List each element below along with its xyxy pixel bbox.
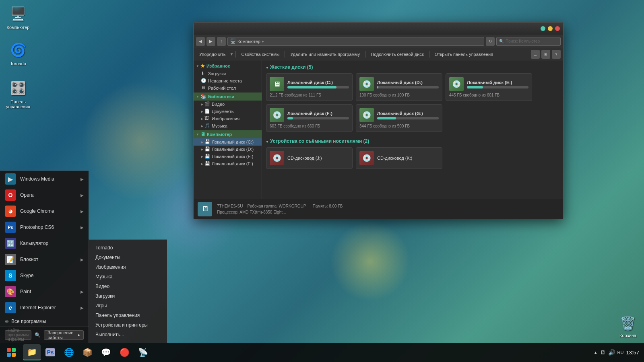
sq4: [12, 353, 16, 357]
drive-e[interactable]: 💿 Локальный диск (E:) 445 ГБ свободно из…: [446, 73, 532, 101]
search-box[interactable]: 🔍 Поиск: Компьютер: [496, 37, 561, 46]
start-app-notepad[interactable]: 📝 Блокнот ▶: [0, 251, 89, 267]
taskbar-folder[interactable]: 📁: [23, 344, 41, 360]
drive-f[interactable]: 💿 Локальный диск (F:) 603 ГБ свободно из…: [266, 104, 353, 132]
tree-item-recent[interactable]: 🕐 Недавние места: [194, 77, 262, 84]
taskbar-ie[interactable]: 🌐: [60, 344, 78, 360]
right-item-games[interactable]: Игры: [89, 301, 167, 311]
drive-f-top: 💿 Локальный диск (F:): [270, 108, 349, 122]
start-app-skype[interactable]: S Skype: [0, 267, 89, 284]
right-item-docs[interactable]: Документы: [89, 253, 167, 262]
maximize-btn[interactable]: [548, 26, 553, 31]
tree-item-docs[interactable]: ▶ 📄 Документы: [194, 108, 262, 115]
remove-program-button[interactable]: Удалить или изменить программу: [287, 51, 363, 58]
up-button[interactable]: ↑: [217, 37, 226, 46]
start-app-ie[interactable]: e Internet Explorer ▶: [0, 300, 89, 316]
drive-g-icon: 💿: [359, 108, 374, 122]
sq1: [7, 348, 11, 352]
start-app-photoshop[interactable]: Ps Photoshop CS6 ▶: [0, 219, 89, 235]
start-app-chrome[interactable]: ◕ Google Chrome ▶: [0, 203, 89, 219]
right-item-video[interactable]: Видео: [89, 282, 167, 291]
drive-c[interactable]: 🖥 Локальный диск (C:) 21,2 ГБ свободно и…: [266, 73, 353, 101]
search-submit-icon[interactable]: 🔍: [35, 332, 41, 338]
drive-d[interactable]: 💿 Локальный диск (D:) 100 ГБ свободно из…: [356, 73, 442, 101]
libraries-section: ▼ 📚 Библиотеки ▶ 🎬 Видео ▶ 📄 Документы ▶…: [194, 93, 262, 130]
address-path[interactable]: 🖥️ Компьютер ▸: [227, 37, 484, 46]
expand-arrow: ▼: [196, 64, 199, 68]
taskbar-vuze[interactable]: 📡: [134, 344, 152, 360]
tree-item-music[interactable]: ▶ 🎵 Музыка: [194, 122, 262, 130]
tray-volume-icon[interactable]: 🔊: [608, 349, 615, 356]
start-app-calculator[interactable]: 🔢 Калькулятор: [0, 235, 89, 251]
trash-label: Корзина: [619, 333, 636, 338]
taskbar-winrar[interactable]: 📦: [78, 344, 96, 360]
cd-k[interactable]: 💿 CD-дисковод (K:): [356, 147, 442, 169]
drive-e-name: Локальный диск (E:): [467, 80, 528, 85]
right-item-music[interactable]: Музыка: [89, 272, 167, 282]
system-props-button[interactable]: Свойства системы: [238, 51, 283, 58]
tree-item-d[interactable]: ▶ 💾 Локальный диск (D:): [194, 146, 262, 153]
photoshop-task-icon: Ps: [45, 348, 55, 356]
map-drive-button[interactable]: Подключить сетевой диск: [367, 51, 427, 58]
trash-desktop-icon[interactable]: 🗑️ Корзина: [618, 314, 638, 338]
drive-f-size: 603 ГБ свободно из 660 ГБ: [270, 124, 349, 128]
tree-item-video[interactable]: ▶ 🎬 Видео: [194, 101, 262, 108]
tree-item-e[interactable]: ▶ 💾 Локальный диск (E:): [194, 153, 262, 160]
toolbar-divider-4: [429, 51, 429, 58]
computer-header[interactable]: ▼ 🖥 Компьютер: [194, 130, 262, 138]
organize-button[interactable]: Упорядочить: [196, 51, 229, 58]
help-button[interactable]: ?: [552, 50, 561, 59]
shutdown-button[interactable]: Завершение работы ▸: [44, 330, 84, 340]
libraries-header[interactable]: ▼ 📚 Библиотеки: [194, 93, 262, 101]
removable-grid: 💿 CD-дисковод (J:) 💿 CD-дисковод (K:): [266, 147, 559, 169]
view-grid-button[interactable]: ⊞: [541, 50, 550, 59]
drive-c-icon: 🖥: [270, 77, 284, 91]
right-item-images[interactable]: Изображения: [89, 262, 167, 272]
refresh-button[interactable]: ↻: [486, 37, 495, 46]
right-item-downloads[interactable]: Загрузки: [89, 291, 167, 301]
notepad-label: Блокнот: [20, 257, 38, 262]
start-app-opera[interactable]: O Opera ▶: [0, 187, 89, 203]
start-app-paint[interactable]: 🎨 Paint ▶: [0, 284, 89, 300]
chrome-icon: ◕: [5, 206, 16, 217]
tree-item-e-label: Локальный диск (E:): [212, 154, 254, 159]
right-item-devices[interactable]: Устройства и принтеры: [89, 320, 167, 330]
tree-item-images[interactable]: ▶ 🖼 Изображения: [194, 115, 262, 122]
skype-task-icon: 💬: [101, 348, 111, 357]
tree-item-desktop[interactable]: 🖥 Рабочий стол: [194, 84, 262, 92]
right-item-tornado[interactable]: Tornado: [89, 243, 167, 253]
right-item-run[interactable]: Выполнить...: [89, 330, 167, 339]
drive-g-top: 💿 Локальный диск (G:): [359, 108, 439, 122]
cd-j[interactable]: 💿 CD-дисковод (J:): [266, 147, 353, 169]
tree-item-downloads[interactable]: ⬇ Загрузки: [194, 70, 262, 77]
tree-item-c[interactable]: ▶ 💾 Локальный диск (C:): [194, 138, 262, 146]
desktop-icon-control-panel[interactable]: 🎛️ Панель управления: [2, 78, 34, 109]
close-btn[interactable]: [555, 26, 560, 31]
desktop-icon-computer[interactable]: 🖥️ Компьютер: [2, 4, 34, 30]
forward-button[interactable]: ▶: [206, 37, 215, 46]
tree-item-f[interactable]: ▶ 💾 Локальный диск (F:): [194, 160, 262, 167]
taskbar-opera[interactable]: 🔴: [116, 344, 133, 360]
favorites-header[interactable]: ▼ ★ Избранное: [194, 62, 262, 70]
right-item-control[interactable]: Панель управления: [89, 311, 167, 320]
expand-arr-images: ▶: [201, 117, 203, 121]
search-icon: 🔍: [499, 39, 504, 43]
drive-f-bar-fill: [287, 117, 293, 119]
drive-g[interactable]: 💿 Локальный диск (G:) 344 ГБ свободно из…: [356, 104, 442, 132]
start-search-input[interactable]: Найти программы и файлы: [5, 330, 31, 340]
recent-icon: 🕐: [201, 78, 206, 84]
ie-arrow: ▶: [80, 306, 84, 310]
tray-up-icon[interactable]: ▲: [594, 350, 598, 355]
drive-e-info: Локальный диск (E:): [467, 80, 528, 88]
drive-f-name: Локальный диск (F:): [287, 111, 349, 116]
start-button[interactable]: [2, 344, 21, 360]
all-programs-item[interactable]: ⊕ Все программы: [0, 316, 89, 327]
minimize-btn[interactable]: [541, 26, 545, 31]
back-button[interactable]: ◀: [196, 37, 205, 46]
taskbar-skype[interactable]: 💬: [97, 344, 115, 360]
start-app-windows-media[interactable]: ▶ Windows Media ▶: [0, 171, 89, 187]
view-list-button[interactable]: ☰: [531, 50, 540, 59]
desktop-icon-tornado[interactable]: 🌀 Tornado: [2, 40, 34, 66]
taskbar-photoshop[interactable]: Ps: [41, 344, 59, 360]
open-panel-button[interactable]: Открыть панель управления: [431, 51, 496, 58]
